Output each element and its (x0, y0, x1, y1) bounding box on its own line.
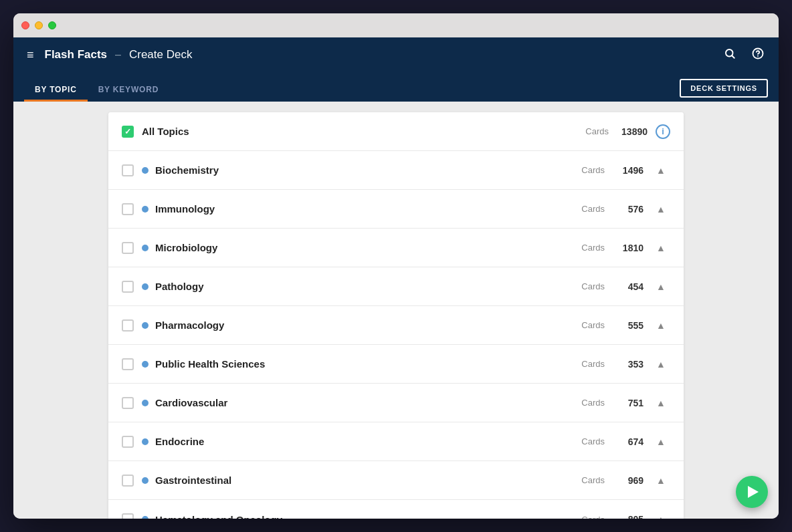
topic-checkbox-endocrine[interactable] (122, 436, 134, 448)
topic-checkbox-hematology[interactable] (122, 513, 134, 519)
app-title: Flash Facts (45, 48, 108, 61)
topic-checkbox-pathology[interactable] (122, 281, 134, 293)
cards-label: Cards (585, 126, 609, 136)
nav-separator: – (115, 49, 121, 61)
topic-checkbox-biochemistry[interactable] (122, 164, 134, 176)
cards-count: 454 (610, 281, 644, 292)
cards-label: Cards (581, 204, 605, 214)
topic-checkbox-cardiovascular[interactable] (122, 397, 134, 409)
topic-name: Microbiology (155, 242, 581, 253)
cards-count: 805 (610, 514, 644, 519)
cards-count: 1810 (610, 243, 644, 253)
expand-icon[interactable]: ▲ (652, 471, 670, 490)
expand-icon[interactable]: ▲ (652, 510, 670, 519)
nav-bar: ≡ Flash Facts – Create Deck (13, 37, 779, 72)
expand-icon[interactable]: ▲ (652, 239, 670, 257)
tab-by-keyword[interactable]: BY KEYWORD (88, 80, 169, 102)
table-row: Immunology Cards 576 ▲ (108, 190, 684, 229)
topics-list: All Topics Cards 13890 i Biochemistry Ca… (108, 112, 684, 519)
topic-dot (142, 283, 148, 290)
minimize-button[interactable] (35, 21, 43, 29)
table-row: Pharmacology Cards 555 ▲ (108, 306, 684, 345)
cards-label: Cards (581, 515, 605, 519)
tab-by-topic[interactable]: BY TOPIC (24, 80, 88, 102)
topic-checkbox-public-health[interactable] (122, 358, 134, 370)
topic-dot (142, 400, 148, 406)
topic-name: All Topics (142, 126, 585, 137)
table-row: Cardiovascular Cards 751 ▲ (108, 384, 684, 422)
topic-checkbox-all[interactable] (122, 126, 134, 138)
cards-count: 555 (610, 320, 644, 331)
topic-name: Biochemistry (155, 164, 581, 176)
topic-dot (142, 516, 148, 519)
close-button[interactable] (21, 21, 29, 29)
topic-name: Endocrine (155, 436, 581, 447)
expand-icon[interactable]: ▲ (652, 394, 670, 412)
topic-dot (142, 361, 148, 368)
topic-checkbox-pharmacology[interactable] (122, 319, 134, 331)
topic-name: Pathology (155, 281, 581, 292)
cards-label: Cards (581, 359, 605, 369)
deck-settings-button[interactable]: DECK SETTINGS (680, 79, 768, 98)
cards-label: Cards (581, 475, 605, 485)
title-bar (13, 13, 779, 37)
expand-icon[interactable]: ▲ (652, 355, 670, 374)
table-row: All Topics Cards 13890 i (108, 112, 684, 151)
topic-dot (142, 245, 148, 251)
cards-label: Cards (581, 243, 605, 253)
table-row: Endocrine Cards 674 ▲ (108, 422, 684, 461)
topic-checkbox-gastrointestinal[interactable] (122, 475, 134, 487)
cards-label: Cards (581, 436, 605, 446)
topic-dot (142, 477, 148, 484)
expand-icon[interactable]: ▲ (652, 277, 670, 296)
topic-dot (142, 206, 148, 213)
topic-name: Hematology and Oncology (155, 514, 581, 519)
help-icon[interactable] (748, 45, 768, 65)
expand-icon[interactable]: ▲ (652, 316, 670, 335)
cards-count: 13890 (614, 126, 648, 137)
table-row: Gastrointestinal Cards 969 ▲ (108, 461, 684, 500)
play-button[interactable] (736, 476, 768, 508)
expand-icon[interactable]: ▲ (652, 200, 670, 219)
cards-count: 674 (610, 436, 644, 447)
topic-dot (142, 322, 148, 329)
topic-name: Immunology (155, 203, 581, 215)
content-area: All Topics Cards 13890 i Biochemistry Ca… (13, 102, 779, 519)
hamburger-icon[interactable]: ≡ (24, 45, 37, 65)
search-icon[interactable] (720, 45, 740, 65)
expand-icon[interactable]: ▲ (652, 161, 670, 180)
table-row: Biochemistry Cards 1496 ▲ (108, 151, 684, 190)
topic-name: Cardiovascular (155, 397, 581, 408)
topic-name: Gastrointestinal (155, 475, 581, 486)
page-title: Create Deck (129, 48, 192, 61)
cards-count: 969 (610, 475, 644, 486)
cards-label: Cards (581, 398, 605, 408)
cards-label: Cards (581, 165, 605, 175)
cards-count: 576 (610, 204, 644, 215)
tab-bar: BY TOPIC BY KEYWORD DECK SETTINGS (13, 72, 779, 102)
svg-line-1 (732, 55, 734, 57)
topic-checkbox-microbiology[interactable] (122, 242, 134, 254)
topic-name: Pharmacology (155, 319, 581, 331)
app-window: ≡ Flash Facts – Create Deck BY TOPIC BY … (13, 13, 779, 519)
table-row: Microbiology Cards 1810 ▲ (108, 229, 684, 267)
cards-label: Cards (581, 320, 605, 330)
topic-name: Public Health Sciences (155, 358, 581, 370)
cards-count: 1496 (610, 165, 644, 176)
cards-label: Cards (581, 281, 605, 291)
topic-dot (142, 167, 148, 174)
expand-icon[interactable]: ▲ (652, 432, 670, 451)
maximize-button[interactable] (48, 21, 56, 29)
cards-count: 353 (610, 359, 644, 370)
table-row: Pathology Cards 454 ▲ (108, 267, 684, 306)
info-icon[interactable]: i (656, 124, 670, 139)
table-row: Public Health Sciences Cards 353 ▲ (108, 345, 684, 384)
topic-dot (142, 438, 148, 445)
cards-count: 751 (610, 398, 644, 408)
topic-checkbox-immunology[interactable] (122, 203, 134, 215)
table-row: Hematology and Oncology Cards 805 ▲ (108, 500, 684, 519)
